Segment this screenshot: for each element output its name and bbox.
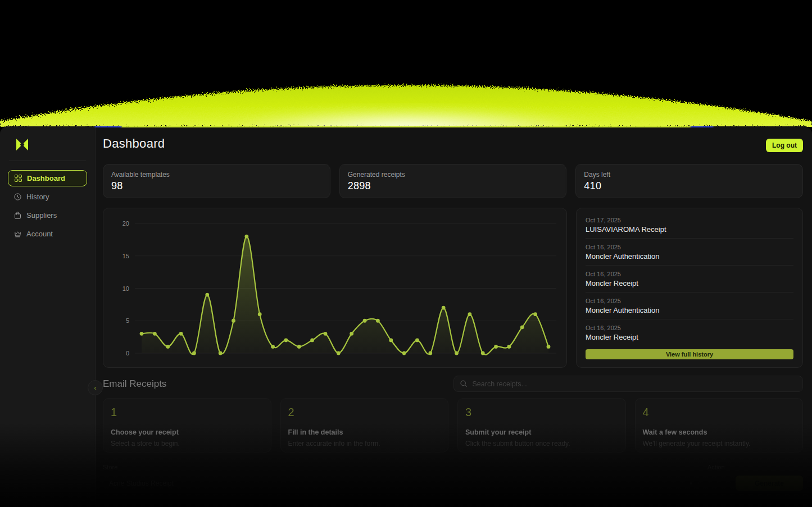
step-subtitle: Click the submit button once ready. bbox=[465, 440, 618, 447]
sidebar-item-label: Suppliers bbox=[26, 211, 57, 220]
svg-text:20: 20 bbox=[123, 220, 129, 227]
history-item[interactable]: Oct 16, 2025 Moncler Receipt bbox=[586, 319, 793, 346]
steps-row: 1 Choose your receipt Select a store to … bbox=[103, 398, 803, 453]
sidebar-item-account[interactable]: Account bbox=[8, 226, 87, 242]
history-item[interactable]: Oct 16, 2025 Moncler Authentication bbox=[586, 239, 793, 266]
action-label: Action bbox=[707, 464, 803, 471]
history-item-name: Moncler Authentication bbox=[586, 252, 793, 261]
history-item-date: Oct 16, 2025 bbox=[586, 271, 793, 277]
history-item-date: Oct 16, 2025 bbox=[586, 244, 793, 250]
svg-text:0: 0 bbox=[126, 350, 129, 357]
grid-icon bbox=[15, 175, 22, 182]
receipts-search-bar[interactable] bbox=[453, 376, 803, 392]
store-field-group: Store Acne Studios Receipt ▾ bbox=[103, 464, 698, 491]
history-item[interactable]: Oct 16, 2025 Moncler Receipt bbox=[586, 266, 793, 293]
stat-card-generated-receipts: Generated receipts 2898 bbox=[339, 164, 567, 198]
stat-card-available-templates: Available templates 98 bbox=[103, 164, 330, 198]
history-item-name: Moncler Receipt bbox=[586, 333, 793, 341]
step-card-3: 3 Submit your receipt Click the submit b… bbox=[457, 398, 626, 453]
step-number: 1 bbox=[111, 406, 264, 419]
recent-history-panel: Oct 17, 2025 LUISAVIAROMA Receipt Oct 16… bbox=[576, 208, 803, 368]
sidebar-item-suppliers[interactable]: Suppliers bbox=[8, 207, 87, 223]
history-item-date: Oct 16, 2025 bbox=[586, 298, 793, 304]
step-card-2: 2 Fill in the details Enter accurate inf… bbox=[280, 398, 449, 453]
view-full-history-button[interactable]: View full history bbox=[586, 349, 793, 359]
crown-icon bbox=[14, 230, 21, 237]
stat-value: 2898 bbox=[348, 180, 559, 192]
store-select-value: Acne Studios Receipt bbox=[109, 479, 174, 487]
history-item-name: LUISAVIAROMA Receipt bbox=[586, 225, 793, 234]
usage-line-chart: 05101520 bbox=[103, 208, 567, 368]
bag-icon bbox=[14, 212, 21, 219]
step-card-1: 1 Choose your receipt Select a store to … bbox=[103, 398, 271, 453]
email-receipts-header: Email Receipts bbox=[103, 376, 803, 392]
line-chart-svg: 05101520 bbox=[112, 216, 559, 360]
sidebar-divider bbox=[9, 161, 86, 161]
generate-button[interactable]: Generate bbox=[736, 476, 803, 491]
sidebar-collapse-button[interactable]: ‹ bbox=[88, 380, 103, 395]
svg-text:10: 10 bbox=[123, 285, 129, 292]
top-glow bbox=[0, 0, 812, 127]
stat-label: Generated receipts bbox=[348, 171, 559, 179]
step-number: 2 bbox=[288, 406, 441, 419]
history-item[interactable]: Oct 16, 2025 Moncler Authentication bbox=[586, 293, 793, 319]
history-item-date: Oct 17, 2025 bbox=[586, 217, 793, 223]
sidebar-item-label: History bbox=[26, 193, 49, 201]
history-item-date: Oct 16, 2025 bbox=[586, 325, 793, 331]
step-number: 4 bbox=[643, 406, 796, 419]
history-item-name: Moncler Authentication bbox=[586, 306, 793, 314]
clock-icon bbox=[14, 193, 21, 200]
step-subtitle: Select a store to begin. bbox=[111, 440, 264, 447]
stat-label: Days left bbox=[584, 171, 795, 179]
charts-row: 05101520 Oct 17, 2025 LUISAVIAROMA Recei… bbox=[103, 208, 803, 368]
search-input[interactable] bbox=[473, 380, 796, 388]
sidebar-item-history[interactable]: History bbox=[8, 189, 87, 205]
email-receipts-title: Email Receipts bbox=[103, 378, 166, 390]
history-item-name: Moncler Receipt bbox=[586, 279, 793, 287]
sidebar-item-label: Account bbox=[26, 230, 53, 238]
step-title: Fill in the details bbox=[288, 428, 441, 436]
stat-label: Available templates bbox=[111, 171, 322, 179]
step-title: Submit your receipt bbox=[465, 428, 618, 436]
logout-button[interactable]: Log out bbox=[766, 139, 803, 152]
store-label: Store bbox=[103, 464, 698, 471]
receipt-form-row: Store Acne Studios Receipt ▾ Action Gene… bbox=[103, 464, 803, 491]
main-content: Dashboard Log out Available templates 98… bbox=[96, 126, 812, 507]
chevron-down-icon: ▾ bbox=[689, 481, 692, 486]
step-number: 3 bbox=[465, 406, 618, 419]
step-subtitle: We'll generate your receipt instantly. bbox=[643, 440, 796, 447]
history-item[interactable]: Oct 17, 2025 LUISAVIAROMA Receipt bbox=[586, 212, 793, 239]
stat-value: 410 bbox=[584, 180, 795, 192]
search-icon bbox=[460, 380, 468, 387]
page-title: Dashboard bbox=[103, 136, 165, 151]
stat-value: 98 bbox=[111, 180, 322, 192]
svg-text:5: 5 bbox=[126, 317, 129, 324]
sidebar-item-dashboard[interactable]: Dashboard bbox=[8, 170, 87, 186]
sidebar: Dashboard History Suppliers bbox=[0, 126, 96, 507]
stat-card-days-left: Days left 410 bbox=[575, 164, 803, 198]
step-card-4: 4 Wait a few seconds We'll generate your… bbox=[635, 398, 804, 453]
chevron-left-icon: ‹ bbox=[94, 383, 96, 392]
step-title: Choose your receipt bbox=[111, 428, 264, 436]
step-title: Wait a few seconds bbox=[643, 428, 796, 436]
app-logo-icon bbox=[16, 139, 87, 153]
app-window: Dashboard History Suppliers bbox=[0, 126, 812, 507]
email-receipts-section: 1 Choose your receipt Select a store to … bbox=[103, 398, 803, 491]
svg-text:15: 15 bbox=[123, 253, 129, 259]
action-field-group: Action Generate bbox=[707, 464, 803, 491]
main-header: Dashboard Log out bbox=[103, 136, 803, 152]
step-subtitle: Enter accurate info in the form. bbox=[288, 440, 441, 447]
sidebar-item-label: Dashboard bbox=[27, 174, 65, 182]
screen: Dashboard History Suppliers bbox=[0, 0, 812, 507]
store-select[interactable]: Acne Studios Receipt ▾ bbox=[103, 476, 698, 491]
stats-row: Available templates 98 Generated receipt… bbox=[103, 164, 803, 198]
